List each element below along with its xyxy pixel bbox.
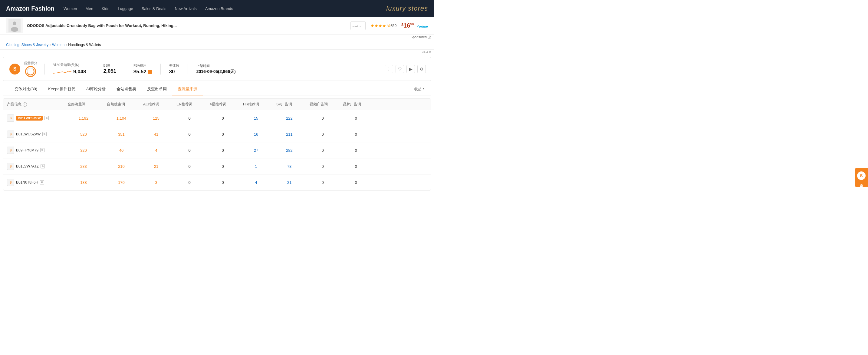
th-ac-recommend: AC推荐词 <box>140 102 173 107</box>
td-sp-2[interactable]: 211 <box>273 128 306 141</box>
fba-label: FBA费用 <box>133 63 152 68</box>
copy-icon-3[interactable]: ⧉ <box>40 148 44 152</box>
td-hr-3[interactable]: 27 <box>239 144 273 157</box>
td-natural-1[interactable]: 1,104 <box>103 112 140 125</box>
td-ac-3[interactable]: 4 <box>140 144 173 157</box>
tab-all-sites[interactable]: 全站点售卖 <box>111 83 142 95</box>
td-all-3[interactable]: 320 <box>64 144 103 157</box>
nav-amazon-brands[interactable]: Amazon Brands <box>205 6 234 11</box>
table-row: S B01LWCSMG2 ⧉ 1,192 1,104 125 0 0 15 22… <box>3 110 431 126</box>
collapse-button[interactable]: 收起 ∧ <box>414 87 425 92</box>
td-sp-4[interactable]: 78 <box>273 160 306 173</box>
td-all-5[interactable]: 188 <box>64 176 103 189</box>
td-all-2[interactable]: 520 <box>64 128 103 141</box>
breadcrumb-item-1[interactable]: Clothing, Shoes & Jewelry <box>6 43 49 47</box>
td-sp-3[interactable]: 282 <box>273 144 306 157</box>
nav-links: Women Men Kids Luggage Sales & Deals New… <box>64 6 386 11</box>
td-ac-2[interactable]: 41 <box>140 128 173 141</box>
th-brand-ads: 品牌广告词 <box>339 102 373 107</box>
td-ac-5[interactable]: 3 <box>140 176 173 189</box>
favorite-button[interactable]: ♡ <box>396 65 404 73</box>
listing-stat: 上架时间 2016-09-05(2,866天) <box>196 64 236 75</box>
fba-value: $5.52 <box>133 69 147 75</box>
luxury-stores-label[interactable]: luxury stores <box>386 4 428 12</box>
td-sp-5[interactable]: 21 <box>273 176 306 189</box>
td-ac-4[interactable]: 21 <box>140 160 173 173</box>
tab-traffic-source[interactable]: 查流量来源 <box>172 83 203 95</box>
nav-sales[interactable]: Sales & Deals <box>142 6 166 11</box>
td-natural-4[interactable]: 210 <box>103 160 140 173</box>
td-star4-2: 0 <box>206 128 239 141</box>
sponsored-info-icon[interactable]: ⓘ <box>428 35 431 40</box>
nav-new-arrivals[interactable]: New Arrivals <box>175 6 196 11</box>
tab-variants[interactable]: 变体对比(30) <box>9 83 43 95</box>
ad-price-cents: 98 <box>410 22 414 26</box>
stat-divider-1 <box>44 64 45 75</box>
td-hr-4[interactable]: 1 <box>239 160 273 173</box>
nav-men[interactable]: Men <box>86 6 93 11</box>
td-video-2: 0 <box>306 128 339 141</box>
td-er-5: 0 <box>173 176 206 189</box>
more-actions-button[interactable]: ⋮ <box>385 65 393 73</box>
th-er-recommend: ER推荐词 <box>173 102 206 107</box>
ad-price-symbol: $ <box>401 23 403 27</box>
table-row: S B01LVW7ATZ ⧉ 283 210 21 0 0 1 78 0 0 <box>3 158 431 175</box>
ad-title[interactable]: ODODOS Adjustable Crossbody Bag with Pou… <box>27 23 346 28</box>
ad-price-block: $1698 ✓prime <box>401 22 428 29</box>
nav-luggage[interactable]: Luggage <box>118 6 133 11</box>
stats-actions: ⋮ ♡ ▶ ⚙ <box>385 65 426 73</box>
product-id-5[interactable]: B01N6T8F6H <box>16 180 38 184</box>
copy-icon-2[interactable]: ⧉ <box>42 132 46 136</box>
product-id-highlight-1[interactable]: B01LWCSMG2 <box>16 116 43 121</box>
breadcrumb: Clothing, Shoes & Jewelry › Women › Hand… <box>0 40 434 50</box>
product-id-4[interactable]: B01LVW7ATZ <box>16 164 39 169</box>
traffic-table: 产品信息 i 全部流量词 自然搜索词 AC推荐词 ER推荐词 4星推荐词 HR推… <box>3 98 431 190</box>
td-sp-1[interactable]: 222 <box>273 112 306 125</box>
sponsored-label: Sponsored <box>411 35 427 40</box>
td-hr-1[interactable]: 15 <box>239 112 273 125</box>
td-natural-5[interactable]: 170 <box>103 176 140 189</box>
th-sp-ads: SP广告词 <box>273 102 306 107</box>
tab-reverse-words[interactable]: 反查出单词 <box>142 83 172 95</box>
copy-icon-4[interactable]: ⧉ <box>40 164 45 169</box>
td-brand-5: 0 <box>339 176 373 189</box>
sponsored-row: Sponsored ⓘ <box>0 34 434 40</box>
td-all-4[interactable]: 283 <box>64 160 103 173</box>
ad-product-image <box>8 19 21 32</box>
td-product-4: S B01LVW7ATZ ⧉ <box>3 158 64 174</box>
ad-stars: ★★★★ <box>370 23 386 28</box>
td-natural-3[interactable]: 40 <box>103 144 140 157</box>
product-info-hint-icon[interactable]: i <box>23 102 27 107</box>
td-all-1[interactable]: 1,192 <box>64 112 103 125</box>
product-id-wrap-1: S B01LWCSMG2 ⧉ <box>7 115 60 122</box>
nav-kids[interactable]: Kids <box>102 6 109 11</box>
td-video-1: 0 <box>306 112 339 125</box>
breadcrumb-item-2[interactable]: Women <box>52 43 64 47</box>
video-button[interactable]: ▶ <box>406 65 415 73</box>
td-brand-2: 0 <box>339 128 373 141</box>
td-er-1: 0 <box>173 112 206 125</box>
settings-button[interactable]: ⚙ <box>417 65 426 73</box>
tab-ai-reviews[interactable]: AI评论分析 <box>81 83 111 95</box>
td-brand-4: 0 <box>339 160 373 173</box>
product-id-2[interactable]: B01LWCSZAW <box>16 132 40 136</box>
sales-trend: 9,048 <box>53 68 86 76</box>
tab-keepa[interactable]: Keepa插件替代 <box>43 83 81 95</box>
td-hr-2[interactable]: 16 <box>239 128 273 141</box>
td-ac-1[interactable]: 125 <box>140 112 173 125</box>
td-hr-5[interactable]: 4 <box>239 176 273 189</box>
nav-women[interactable]: Women <box>64 6 77 11</box>
ad-banner: ODODOS Adjustable Crossbody Bag with Pou… <box>0 17 434 34</box>
sales-label: 近30天销量(父体) <box>53 63 86 67</box>
product-id-3[interactable]: B09FFY6M79 <box>16 148 38 152</box>
copy-icon-1[interactable]: ⧉ <box>44 116 49 120</box>
product-s-icon-1: S <box>7 115 14 122</box>
product-id-wrap-2: S B01LWCSZAW ⧉ <box>7 130 60 138</box>
th-hr-recommend: HR推荐词 <box>239 102 273 107</box>
bsr-label: BSR <box>103 64 117 67</box>
td-natural-2[interactable]: 351 <box>103 128 140 141</box>
product-s-icon-2: S <box>7 130 14 138</box>
copy-icon-5[interactable]: ⧉ <box>40 180 44 184</box>
th-video-ads: 视频广告词 <box>306 102 339 107</box>
stat-divider-5 <box>188 64 188 75</box>
